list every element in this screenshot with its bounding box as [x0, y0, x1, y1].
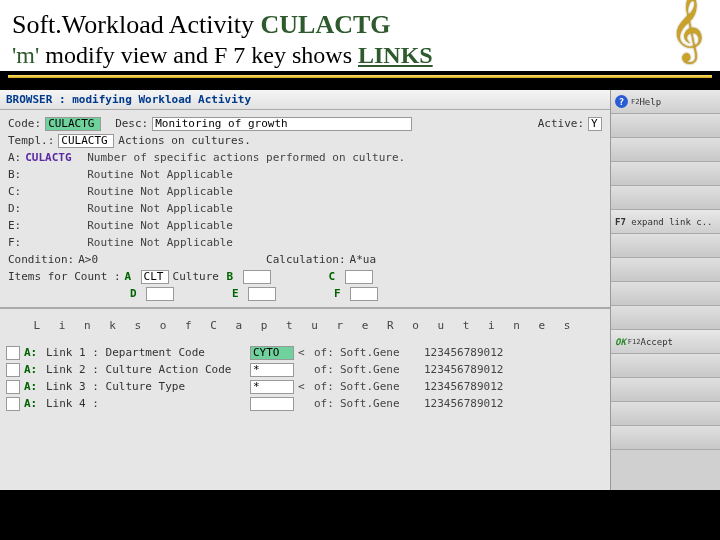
routine-c-desc: Routine Not Applicable — [87, 185, 233, 198]
link-a: A: — [24, 346, 42, 359]
calculation-value: A*ua — [350, 253, 377, 266]
slide-title: Soft.Workload Activity CULACTG 'm' modif… — [0, 0, 720, 71]
routine-e-label: E: — [8, 219, 21, 232]
link-row: A: Link 4 : of: Soft.Gene 123456789012 — [6, 395, 604, 412]
count-b-field[interactable] — [243, 270, 271, 284]
link-value[interactable] — [250, 397, 294, 411]
link-row: A: Link 2 : Culture Action Code * of: So… — [6, 361, 604, 378]
count-f-label: F — [334, 287, 346, 300]
templ-field[interactable]: CULACTG — [58, 134, 114, 148]
accept-key: F12 — [628, 338, 641, 346]
count-d-label: D — [130, 287, 142, 300]
link-a: A: — [24, 363, 42, 376]
count-c-field[interactable] — [345, 270, 373, 284]
routine-a-label: A: — [8, 151, 21, 164]
title-line2: 'm' modify view and F 7 key shows LINKS — [12, 42, 708, 69]
routine-f-label: F: — [8, 236, 21, 249]
expand-link-button[interactable]: F7 expand link c.. — [611, 210, 720, 234]
expand-label: expand link c.. — [631, 217, 712, 227]
link-of: of: — [314, 380, 336, 393]
form-area: Code: CULACTG Desc: Monitoring of growth… — [0, 110, 610, 308]
help-button[interactable]: ? F2 Help — [611, 90, 720, 114]
browser-title: BROWSER : modifying Workload Activity — [0, 90, 610, 110]
link-num: 123456789012 — [424, 397, 503, 410]
app-window: BROWSER : modifying Workload Activity Co… — [0, 90, 720, 490]
title-m: 'm' — [12, 42, 39, 68]
title-links: LINKS — [358, 42, 433, 68]
link-gene: Soft.Gene — [340, 363, 420, 376]
code-field[interactable]: CULACTG — [45, 117, 101, 131]
routine-f-desc: Routine Not Applicable — [87, 236, 233, 249]
routine-d-label: D: — [8, 202, 21, 215]
link-value[interactable]: CYTO — [250, 346, 294, 360]
count-e-field[interactable] — [248, 287, 276, 301]
link-row: A: Link 1 : Department Code CYTO < of: S… — [6, 344, 604, 361]
routine-b-desc: Routine Not Applicable — [87, 168, 233, 181]
link-num: 123456789012 — [424, 363, 503, 376]
side-empty — [611, 378, 720, 402]
links-table: A: Link 1 : Department Code CYTO < of: S… — [0, 342, 610, 414]
side-empty — [611, 162, 720, 186]
side-empty — [611, 402, 720, 426]
side-empty — [611, 426, 720, 450]
link-gene: Soft.Gene — [340, 346, 420, 359]
side-empty — [611, 354, 720, 378]
help-label: Help — [639, 97, 661, 107]
ok-icon: OK — [615, 337, 626, 347]
side-empty — [611, 186, 720, 210]
divider — [8, 75, 712, 78]
side-empty — [611, 138, 720, 162]
desc-field[interactable]: Monitoring of growth — [152, 117, 412, 131]
side-empty — [611, 234, 720, 258]
desc-label: Desc: — [115, 117, 148, 130]
title-pre: Soft.Workload Activity — [12, 10, 261, 39]
help-icon: ? — [615, 95, 628, 108]
routine-b-label: B: — [8, 168, 21, 181]
link-gene: Soft.Gene — [340, 397, 420, 410]
link-of: of: — [314, 397, 336, 410]
main-panel: BROWSER : modifying Workload Activity Co… — [0, 90, 610, 490]
count-b-label: B — [227, 270, 239, 283]
active-field[interactable]: Y — [588, 117, 602, 131]
link-label: Link 2 : Culture Action Code — [46, 363, 246, 376]
side-empty — [611, 258, 720, 282]
accept-button[interactable]: OK F12 Accept — [611, 330, 720, 354]
link-label: Link 1 : Department Code — [46, 346, 246, 359]
routine-c-label: C: — [8, 185, 21, 198]
routine-e-desc: Routine Not Applicable — [87, 219, 233, 232]
templ-label: Templ.: — [8, 134, 54, 147]
side-panel: ? F2 Help F7 expand link c.. OK F12 Acce… — [610, 90, 720, 490]
count-a-label: A — [125, 270, 137, 283]
count-f-field[interactable] — [350, 287, 378, 301]
condition-label: Condition: — [8, 253, 74, 266]
items-for-count-label: Items for Count : — [8, 270, 121, 283]
link-label: Link 4 : — [46, 397, 246, 410]
link-gene: Soft.Gene — [340, 380, 420, 393]
link-label: Link 3 : Culture Type — [46, 380, 246, 393]
expand-key: F7 — [615, 217, 626, 227]
calculation-label: Calculation: — [266, 253, 345, 266]
count-a-sub: Culture — [173, 270, 223, 283]
title-mid: modify view and F 7 key shows — [39, 42, 358, 68]
count-d-field[interactable] — [146, 287, 174, 301]
count-e-label: E — [232, 287, 244, 300]
routine-d-desc: Routine Not Applicable — [87, 202, 233, 215]
link-row: A: Link 3 : Culture Type * < of: Soft.Ge… — [6, 378, 604, 395]
side-empty — [611, 282, 720, 306]
routine-a-desc: Number of specific actions performed on … — [87, 151, 405, 164]
side-empty — [611, 306, 720, 330]
help-key: F2 — [631, 98, 639, 106]
link-of: of: — [314, 346, 336, 359]
title-culactg: CULACTG — [261, 10, 391, 39]
link-a: A: — [24, 397, 42, 410]
accept-label: Accept — [641, 337, 674, 347]
templ-desc: Actions on cultures. — [118, 134, 250, 147]
link-num: 123456789012 — [424, 346, 503, 359]
condition-value: A>0 — [78, 253, 98, 266]
link-lt: < — [298, 346, 310, 359]
count-c-label: C — [329, 270, 341, 283]
link-value[interactable]: * — [250, 380, 294, 394]
count-a-field[interactable]: CLT — [141, 270, 169, 284]
link-value[interactable]: * — [250, 363, 294, 377]
title-line1: Soft.Workload Activity CULACTG — [12, 10, 708, 40]
